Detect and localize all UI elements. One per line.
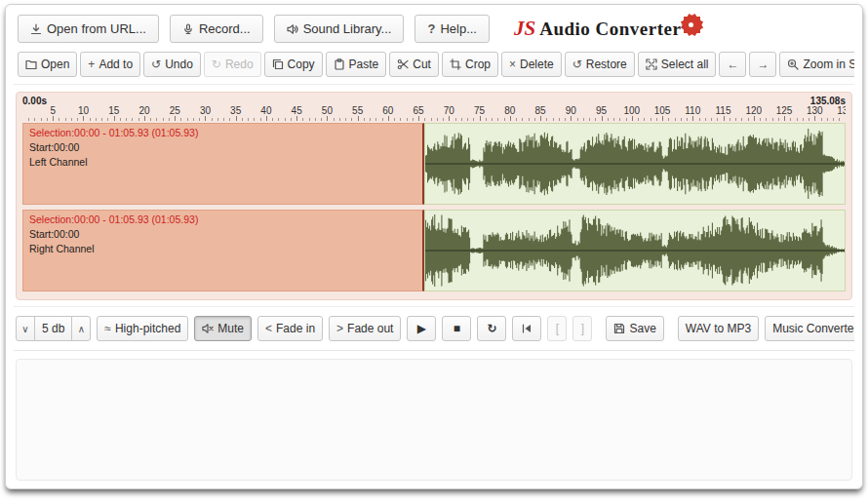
tick-label: 90 [566,105,576,116]
tick-label: 130 [807,105,823,116]
selection-range-text: Selection:00:00 - 01:05.93 (01:05.93) [29,213,416,225]
tick-label: 25 [170,105,180,116]
app-window: Open from URL... Record... Sound Library… [5,4,863,489]
download-icon [30,23,42,35]
tick-label: 40 [260,105,271,116]
add-to-label: Add to [99,58,133,71]
restore-button[interactable]: ↺ Restore [565,52,635,77]
scissors-icon [397,58,409,70]
arrow-left-icon: ← [727,58,738,70]
left-channel[interactable]: Selection:00:00 - 01:05.93 (01:05.93) St… [22,123,846,205]
tick-label: 45 [292,105,302,116]
copy-button[interactable]: Copy [264,52,323,77]
wav-to-mp3-button[interactable]: WAV to MP3 [678,316,759,341]
tick-label: 120 [745,105,762,116]
gain-down-button[interactable]: ∨ [16,316,35,341]
bracket-close-icon: ] [581,322,584,335]
left-waveform-graphic [425,124,845,204]
play-icon: ▶ [417,322,426,335]
tick-label: 115 [716,105,731,116]
wave-icon: ≈ [104,323,111,334]
microphone-icon [182,23,194,35]
channel-label: Left Channel [29,156,416,168]
gain-up-button[interactable]: ∧ [71,316,91,341]
crop-label: Crop [465,58,491,71]
stop-button[interactable]: ■ [442,316,471,341]
cut-button[interactable]: Cut [389,52,439,77]
skip-to-start-button[interactable] [512,316,541,341]
tick-label: 60 [382,105,393,116]
add-to-button[interactable]: + Add to [80,52,140,77]
gain-value-label: 5 db [42,322,64,335]
redo-button[interactable]: ↻ Redo [204,52,261,77]
save-icon [613,323,625,334]
save-label: Save [629,322,655,335]
chevron-down-icon: ∨ [21,324,28,334]
open-label: Open [41,58,69,71]
fade-in-icon: < [265,323,272,334]
record-button[interactable]: Record... [170,15,263,43]
tick-label: 125 [776,105,793,116]
open-from-url-button[interactable]: Open from URL... [18,15,159,43]
loop-button[interactable]: ↻ [477,316,506,341]
tick-label: 95 [596,105,607,116]
help-button[interactable]: ? Help... [414,15,490,43]
select-all-label: Select all [661,58,709,71]
left-channel-selection[interactable]: Selection:00:00 - 01:05.93 (01:05.93) St… [22,123,424,205]
top-toolbar: Open from URL... Record... Sound Library… [14,11,854,50]
high-pitched-button[interactable]: ≈ High-pitched [97,316,188,341]
x-icon: × [509,58,516,70]
logo-title-text: Audio Converter [539,19,681,40]
redo-label: Redo [225,58,254,71]
music-converter-button[interactable]: Music Converter [765,316,854,341]
gain-value-button[interactable]: 5 db [34,316,72,341]
open-button[interactable]: Open [18,52,77,77]
right-waveform-graphic [425,211,845,291]
mute-button[interactable]: Mute [194,316,252,341]
open-from-url-label: Open from URL... [47,21,146,36]
fade-in-button[interactable]: < Fade in [257,316,323,341]
tick-label: 20 [138,105,149,116]
tick-label: 10 [78,105,89,116]
fade-out-icon: > [336,323,343,334]
chevron-up-icon: ∧ [78,324,85,334]
select-all-button[interactable]: Select all [638,52,717,77]
fade-in-label: Fade in [276,322,315,335]
help-label: Help... [440,21,477,36]
app-logo: JS Audio Converter [508,16,711,42]
undo-button[interactable]: ↺ Undo [143,52,201,77]
loop-start-marker-button[interactable]: [ [547,316,567,341]
effects-toolbar: ∨ 5 db ∧ ≈ High-pitched Mute < Fade in >… [14,306,854,351]
right-channel-waveform[interactable] [424,210,846,291]
sound-library-button[interactable]: Sound Library... [274,15,405,43]
stop-icon: ■ [454,322,460,335]
music-converter-label: Music Converter [772,322,854,335]
timeline-ruler[interactable]: 0.00s 135.08s 51015202530354045505560657… [22,96,846,121]
loop-end-marker-button[interactable]: ] [572,316,592,341]
selection-range-text: Selection:00:00 - 01:05.93 (01:05.93) [29,127,416,138]
zoom-in-selection-button[interactable]: Zoom in Selection [779,52,854,77]
crop-button[interactable]: Crop [442,52,498,77]
expand-arrows-icon [646,58,657,70]
right-channel[interactable]: Selection:00:00 - 01:05.93 (01:05.93) St… [22,210,846,291]
bracket-open-icon: [ [556,322,559,335]
speaker-icon [287,23,298,35]
tick-label: 75 [474,105,485,116]
save-button[interactable]: Save [606,316,663,341]
sound-library-label: Sound Library... [303,21,392,36]
play-button[interactable]: ▶ [407,316,436,341]
scroll-right-button[interactable]: → [749,52,776,77]
redo-icon: ↻ [212,58,221,70]
zoom-in-selection-label: Zoom in Selection [803,58,854,71]
fade-out-button[interactable]: > Fade out [329,316,401,341]
mute-speaker-icon [202,323,214,334]
logo-js-text: JS [514,17,535,41]
tick-label: 80 [504,105,515,116]
scroll-left-button[interactable]: ← [719,52,746,77]
paste-button[interactable]: Paste [326,52,387,77]
record-label: Record... [199,21,251,36]
undo-label: Undo [165,58,193,71]
left-channel-waveform[interactable] [424,123,846,205]
delete-button[interactable]: × Delete [501,52,562,77]
right-channel-selection[interactable]: Selection:00:00 - 01:05.93 (01:05.93) St… [22,210,424,291]
